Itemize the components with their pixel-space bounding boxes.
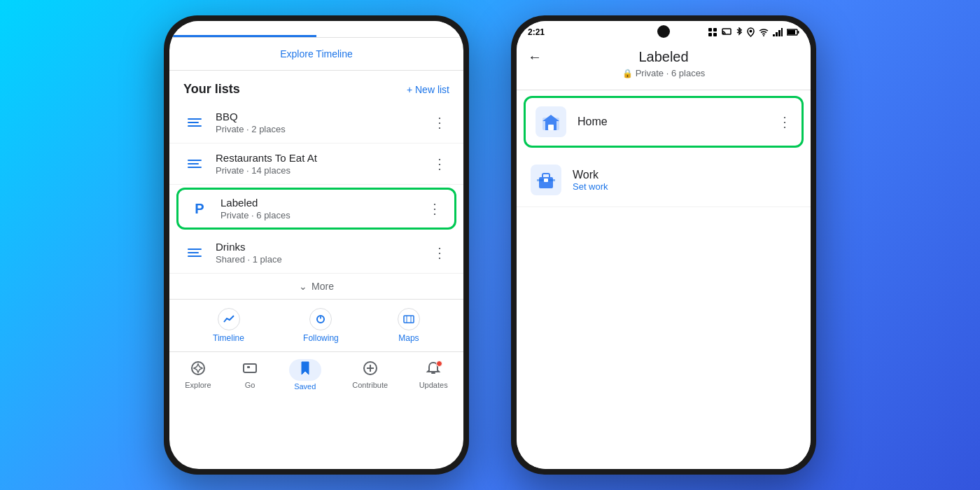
svg-rect-26	[548, 125, 554, 130]
work-svg-icon	[536, 170, 556, 190]
phone-left: Explore Timeline Your lists + New list B…	[164, 15, 469, 475]
svg-point-16	[750, 30, 752, 33]
list-info-restaurants: Restaurants To Eat At Private · 14 place…	[216, 152, 430, 176]
svg-rect-29	[544, 178, 548, 182]
your-lists-title: Your lists	[183, 82, 240, 97]
list-name-drinks: Drinks	[216, 241, 430, 253]
your-lists-header: Your lists + New list	[169, 71, 463, 102]
list-more-drinks[interactable]: ⋮	[430, 241, 449, 264]
new-list-button[interactable]: + New list	[407, 84, 449, 95]
list-icon-labeled: P	[188, 197, 211, 220]
svg-rect-13	[708, 33, 712, 36]
work-place-icon	[531, 164, 561, 195]
mini-nav-timeline-label: Timeline	[213, 333, 244, 343]
detail-meta-text: Private · 6 places	[636, 68, 706, 78]
detail-header: ← Labeled 🔒 Private · 6 places	[517, 41, 811, 90]
list-icon-drinks	[183, 241, 206, 264]
updates-icon	[426, 360, 441, 379]
bottom-nav-saved-label: Saved	[294, 382, 316, 391]
bottom-nav-updates-label: Updates	[419, 381, 448, 389]
explore-icon	[190, 360, 206, 379]
location-icon	[747, 27, 755, 37]
list-item-labeled[interactable]: P Labeled Private · 6 places ⋮	[176, 188, 456, 230]
place-more-home[interactable]: ⋮	[778, 113, 792, 130]
place-name-work: Work	[573, 169, 797, 181]
list-info-bbq: BBQ Private · 2 places	[216, 111, 430, 134]
list-item-restaurants[interactable]: Restaurants To Eat At Private · 14 place…	[169, 144, 463, 185]
place-item-home[interactable]: Home ⋮	[524, 96, 804, 148]
list-name-bbq: BBQ	[216, 111, 430, 122]
bottom-nav-contribute[interactable]: Contribute	[344, 358, 396, 392]
bottom-nav-explore-label: Explore	[185, 381, 211, 389]
lock-icon: 🔒	[622, 69, 633, 78]
explore-timeline-link[interactable]: Explore Timeline	[280, 48, 353, 59]
tab-partial-2[interactable]	[316, 21, 463, 37]
detail-meta: 🔒 Private · 6 places	[622, 68, 706, 78]
right-content: ← Labeled 🔒 Private · 6 places Ho	[517, 41, 811, 469]
place-action-work[interactable]: Set work	[573, 181, 797, 192]
mini-nav-following[interactable]: Following	[303, 308, 339, 343]
svg-rect-18	[773, 34, 775, 36]
list-icon-bbq	[183, 111, 206, 134]
svg-rect-21	[781, 28, 783, 36]
list-name-labeled: Labeled	[220, 197, 425, 209]
go-icon	[242, 360, 258, 379]
mini-nav-timeline[interactable]: Timeline	[213, 308, 244, 343]
home-place-icon	[536, 106, 566, 137]
list-info-drinks: Drinks Shared · 1 place	[216, 241, 430, 265]
svg-rect-23	[788, 30, 795, 34]
svg-rect-24	[798, 31, 799, 34]
tab-partial-1[interactable]	[169, 21, 316, 37]
place-item-work[interactable]: Work Set work	[517, 153, 811, 207]
list-more-restaurants[interactable]: ⋮	[430, 153, 449, 175]
mini-nav-maps[interactable]: Maps	[398, 308, 420, 343]
list-item-drinks[interactable]: Drinks Shared · 1 place ⋮	[169, 232, 463, 274]
svg-rect-20	[778, 30, 780, 36]
saved-icon	[289, 359, 321, 381]
svg-rect-6	[247, 366, 250, 368]
svg-rect-11	[708, 28, 712, 31]
camera-notch	[657, 25, 670, 38]
bottom-nav: Explore Go Saved	[169, 351, 463, 400]
home-svg-icon	[541, 112, 561, 132]
svg-point-17	[763, 35, 764, 36]
list-icon-restaurants	[183, 153, 206, 175]
bottom-nav-explore[interactable]: Explore	[176, 358, 219, 392]
bluetooth-icon	[736, 27, 743, 37]
cast-icon	[722, 27, 732, 37]
following-icon	[309, 308, 332, 330]
explore-timeline-section: Explore Timeline	[169, 38, 463, 71]
more-button[interactable]: ⌄ More	[169, 274, 463, 299]
svg-rect-5	[244, 364, 256, 372]
timeline-icon	[218, 308, 240, 330]
list-meta-restaurants: Private · 14 places	[216, 165, 430, 176]
signal-icon	[773, 28, 783, 36]
list-meta-drinks: Shared · 1 place	[216, 254, 430, 265]
place-info-home: Home	[578, 115, 778, 128]
bottom-nav-contribute-label: Contribute	[352, 381, 388, 389]
bottom-nav-go-label: Go	[245, 381, 255, 389]
svg-rect-1	[404, 316, 414, 323]
list-more-labeled[interactable]: ⋮	[425, 197, 444, 220]
place-name-home: Home	[578, 115, 778, 128]
svg-rect-12	[713, 28, 717, 31]
status-time: 2:21	[528, 27, 545, 37]
mini-nav-following-label: Following	[303, 333, 339, 343]
list-more-bbq[interactable]: ⋮	[430, 111, 449, 134]
list-item-bbq[interactable]: BBQ Private · 2 places ⋮	[169, 102, 463, 144]
place-info-work: Work Set work	[573, 169, 797, 192]
list-name-restaurants: Restaurants To Eat At	[216, 152, 430, 164]
mini-nav: Timeline Following Maps	[169, 299, 463, 351]
phone-right: 2:21 ← Labeled	[511, 15, 816, 475]
list-meta-labeled: Private · 6 places	[220, 210, 425, 220]
mini-nav-maps-label: Maps	[398, 333, 419, 343]
bottom-nav-go[interactable]: Go	[234, 358, 266, 392]
svg-rect-14	[713, 33, 717, 36]
detail-title: Labeled	[638, 49, 688, 65]
bottom-nav-saved[interactable]: Saved	[281, 356, 330, 393]
list-meta-bbq: Private · 2 places	[216, 124, 430, 134]
bottom-nav-updates[interactable]: Updates	[411, 358, 456, 392]
back-button[interactable]: ←	[528, 49, 542, 65]
battery-icon	[787, 29, 799, 36]
svg-rect-19	[776, 32, 778, 36]
